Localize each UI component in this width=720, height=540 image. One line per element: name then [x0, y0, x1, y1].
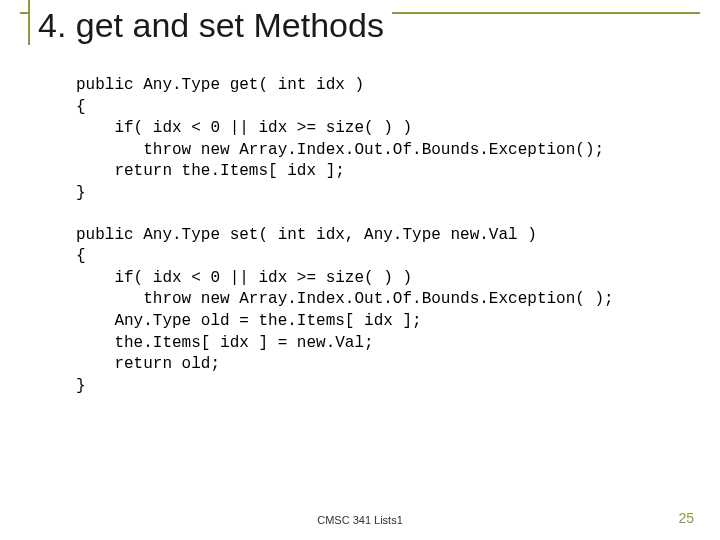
footer-text: CMSC 341 Lists1: [0, 514, 720, 526]
slide-title: 4. get and set Methods: [28, 6, 392, 45]
code-set-method: public Any.Type set( int idx, Any.Type n…: [76, 225, 700, 398]
title-container: 4. get and set Methods: [20, 12, 700, 51]
code-get-method: public Any.Type get( int idx ) { if( idx…: [76, 75, 700, 205]
page-number: 25: [678, 510, 694, 526]
slide: 4. get and set Methods public Any.Type g…: [0, 0, 720, 540]
